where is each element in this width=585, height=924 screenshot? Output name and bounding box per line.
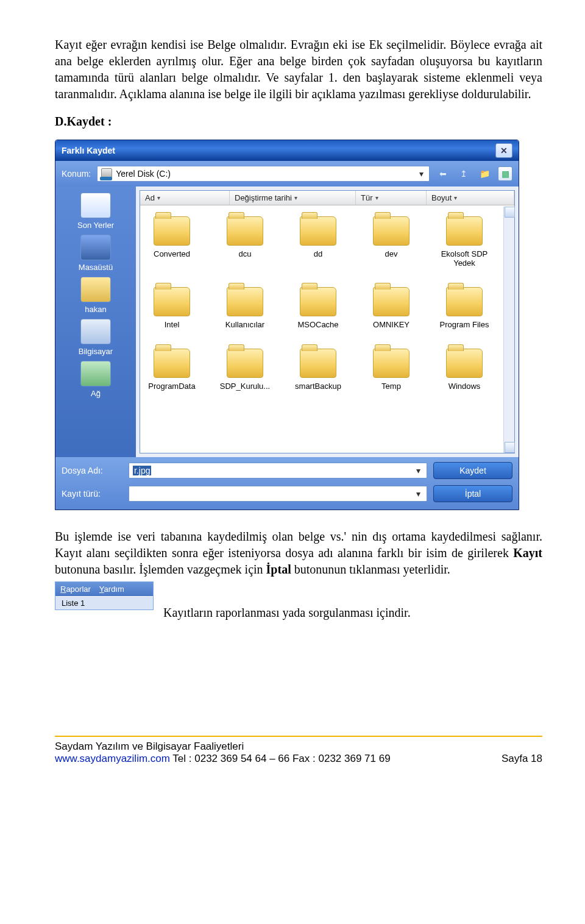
cancel-button[interactable]: İptal bbox=[433, 485, 512, 502]
folder-icon bbox=[227, 349, 263, 378]
folder-label: ProgramData bbox=[145, 382, 199, 391]
place-recent[interactable]: Son Yerler bbox=[59, 191, 132, 230]
col-size[interactable]: Boyut▾ bbox=[427, 191, 514, 205]
folder-item[interactable]: OMNIKEY bbox=[364, 287, 418, 329]
folder-item[interactable]: Intel bbox=[145, 287, 199, 329]
col-date[interactable]: Değiştirme tarihi▾ bbox=[230, 191, 356, 205]
new-folder-icon[interactable]: 📁 bbox=[477, 166, 492, 181]
dialog-title: Farklı Kaydet bbox=[62, 146, 115, 155]
chevron-down-icon: ▾ bbox=[417, 169, 425, 179]
dialog-title-bar: Farklı Kaydet ✕ bbox=[55, 140, 519, 161]
footer-phones: Tel : 0232 369 54 64 – 66 Fax : 0232 369… bbox=[170, 753, 391, 764]
folder-item[interactable]: Converted bbox=[145, 216, 199, 268]
folder-label: smartBackup bbox=[291, 382, 345, 391]
toolbar-menu: RRaporlaraporlar Yardım bbox=[55, 582, 153, 596]
folder-label: Intel bbox=[145, 320, 199, 329]
toolbar-caption: Kayıtların raporlanması yada sorgulanmas… bbox=[163, 601, 411, 620]
place-label: Masaüstü bbox=[79, 263, 113, 272]
place-computer[interactable]: Bilgisayar bbox=[59, 318, 132, 356]
folder-label: Ekolsoft SDP Yedek bbox=[438, 249, 491, 268]
location-combo[interactable]: Yerel Disk (C:) ▾ bbox=[97, 166, 430, 182]
folder-item[interactable]: dd bbox=[291, 216, 345, 268]
footer-website: www.saydamyazilim.com bbox=[55, 753, 170, 764]
footer-divider bbox=[55, 736, 542, 737]
folder-label: Program Files bbox=[438, 320, 491, 329]
reports-toolbar: RRaporlaraporlar Yardım Liste 1 bbox=[55, 581, 154, 610]
folder-label: Kullanıcılar bbox=[218, 320, 272, 329]
folder-icon bbox=[373, 349, 410, 378]
view-mode-icon[interactable]: ▦ bbox=[498, 166, 512, 181]
back-icon[interactable]: ⬅ bbox=[436, 166, 450, 181]
folder-icon bbox=[300, 216, 336, 246]
footer-company: Saydam Yazılım ve Bilgisayar Faaliyetler… bbox=[55, 741, 542, 753]
save-button[interactable]: Kaydet bbox=[433, 462, 512, 479]
folder-item[interactable]: Ekolsoft SDP Yedek bbox=[438, 216, 491, 268]
place-label: hakan bbox=[85, 305, 106, 314]
folder-item[interactable]: dev bbox=[364, 216, 418, 268]
filename-label: Dosya Adı: bbox=[62, 466, 122, 475]
folder-icon bbox=[446, 349, 483, 378]
folder-icon bbox=[227, 287, 263, 316]
filetype-input[interactable]: ▾ bbox=[129, 486, 427, 502]
folder-icon bbox=[373, 216, 410, 246]
folder-icon bbox=[154, 216, 190, 246]
chevron-down-icon: ▾ bbox=[413, 466, 423, 475]
paragraph-2: Bu işlemde ise veri tabanına kaydedilmiş… bbox=[55, 528, 542, 578]
place-desktop[interactable]: Masaüstü bbox=[59, 233, 132, 272]
toolbar-tab[interactable]: Liste 1 bbox=[55, 596, 153, 609]
folder-icon bbox=[154, 287, 190, 316]
filetype-label: Kayıt türü: bbox=[62, 489, 122, 499]
up-icon[interactable]: ↥ bbox=[456, 166, 471, 181]
folder-item[interactable]: MSOCache bbox=[291, 287, 345, 329]
folder-icon bbox=[446, 216, 483, 246]
folder-item[interactable]: dcu bbox=[218, 216, 272, 268]
folder-label: MSOCache bbox=[291, 320, 345, 329]
place-network[interactable]: Ağ bbox=[59, 360, 132, 398]
footer-page-number: Sayfa 18 bbox=[502, 753, 542, 765]
folder-label: dev bbox=[364, 249, 418, 258]
location-value: Yerel Disk (C:) bbox=[116, 169, 171, 179]
location-label: Konum: bbox=[62, 169, 91, 179]
menu-reports[interactable]: RRaporlaraporlar bbox=[60, 585, 91, 594]
menu-help[interactable]: Yardım bbox=[99, 585, 124, 594]
dialog-bottom: Dosya Adı: r.jpg ▾ Kaydet Kayıt türü: ▾ … bbox=[55, 457, 519, 510]
folder-label: SDP_Kurulu... bbox=[218, 382, 272, 391]
chevron-down-icon: ▾ bbox=[413, 489, 423, 499]
folder-item[interactable]: smartBackup bbox=[291, 349, 345, 391]
folder-icon bbox=[227, 216, 263, 246]
filename-value: r.jpg bbox=[133, 466, 151, 475]
folder-label: Windows bbox=[438, 382, 491, 391]
filename-input[interactable]: r.jpg ▾ bbox=[129, 463, 427, 478]
col-type[interactable]: Tür▾ bbox=[356, 191, 427, 205]
folder-icon bbox=[300, 349, 336, 378]
place-user[interactable]: hakan bbox=[59, 275, 132, 314]
place-label: Son Yerler bbox=[77, 221, 114, 230]
folder-item[interactable]: Kullanıcılar bbox=[218, 287, 272, 329]
save-dialog: Farklı Kaydet ✕ Konum: Yerel Disk (C:) ▾… bbox=[55, 140, 519, 510]
folder-label: Temp bbox=[364, 382, 418, 391]
section-heading: D.Kaydet : bbox=[55, 115, 542, 129]
folder-label: dd bbox=[291, 249, 345, 258]
folder-icon bbox=[300, 287, 336, 316]
drive-icon bbox=[101, 168, 112, 179]
folder-icon bbox=[446, 287, 483, 316]
scrollbar[interactable] bbox=[503, 207, 514, 453]
close-icon[interactable]: ✕ bbox=[495, 143, 512, 158]
folder-icon bbox=[154, 349, 190, 378]
folder-item[interactable]: Temp bbox=[364, 349, 418, 391]
folder-item[interactable]: Windows bbox=[438, 349, 491, 391]
location-row: Konum: Yerel Disk (C:) ▾ ⬅ ↥ 📁 ▦ bbox=[55, 161, 519, 187]
folder-label: Converted bbox=[145, 249, 199, 258]
folder-item[interactable]: SDP_Kurulu... bbox=[218, 349, 272, 391]
column-headers: Ad▾ Değiştirme tarihi▾ Tür▾ Boyut▾ bbox=[140, 191, 514, 205]
page-footer: Saydam Yazılım ve Bilgisayar Faaliyetler… bbox=[55, 741, 542, 765]
col-name[interactable]: Ad▾ bbox=[140, 191, 230, 205]
folder-label: OMNIKEY bbox=[364, 320, 418, 329]
folder-item[interactable]: ProgramData bbox=[145, 349, 199, 391]
paragraph-1: Kayıt eğer evrağın kendisi ise Belge olm… bbox=[55, 37, 542, 102]
file-list-area: Ad▾ Değiştirme tarihi▾ Tür▾ Boyut▾ Conve… bbox=[140, 190, 515, 453]
place-label: Bilgisayar bbox=[79, 347, 113, 356]
folder-grid: ConverteddcudddevEkolsoft SDP YedekIntel… bbox=[140, 205, 514, 402]
place-label: Ağ bbox=[91, 389, 101, 398]
folder-item[interactable]: Program Files bbox=[438, 287, 491, 329]
